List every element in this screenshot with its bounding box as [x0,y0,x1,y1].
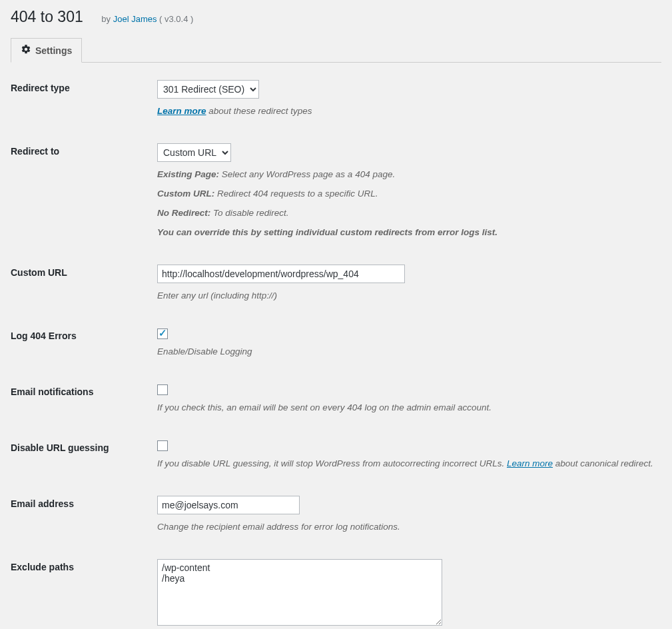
gear-icon [21,44,31,57]
redirect-type-select[interactable]: 301 Redirect (SEO) [157,80,259,99]
tab-label: Settings [35,45,72,56]
label-redirect-to: Redirect to [11,133,157,254]
redirect-to-help-noredirect: No Redirect: To disable redirect. [157,206,655,221]
label-redirect-type: Redirect type [11,69,157,133]
tab-bar: Settings [11,38,661,63]
label-email-address: Email address [11,485,157,548]
label-exclude-paths: Exclude paths [11,548,157,629]
tab-settings[interactable]: Settings [11,38,82,63]
email-notifications-help: If you check this, an email will be sent… [157,400,655,416]
custom-url-input[interactable] [157,265,405,283]
page-title: 404 to 301 [11,8,83,26]
email-address-help: Change the recipient email address for e… [157,520,655,535]
label-disable-url-guessing: Disable URL guessing [11,429,157,485]
byline: by Joel James ( v3.0.4 ) [101,14,193,24]
learn-more-link[interactable]: Learn more [157,106,206,116]
redirect-to-help-custom: Custom URL: Redirect 404 requests to a s… [157,187,655,202]
label-log-errors: Log 404 Errors [11,317,157,373]
email-notifications-checkbox[interactable] [157,384,168,395]
disable-url-guessing-checkbox[interactable] [157,440,168,451]
log-errors-checkbox[interactable] [157,328,168,339]
learn-more-canonical-link[interactable]: Learn more [507,458,553,468]
disable-url-guessing-help: If you disable URL guessing, it will sto… [157,456,655,472]
log-errors-help: Enable/Disable Logging [157,344,655,360]
label-custom-url: Custom URL [11,254,157,317]
author-link[interactable]: Joel James [113,14,157,24]
redirect-to-override-note: You can override this by setting individ… [157,225,655,241]
redirect-to-select[interactable]: Custom URL [157,143,231,162]
exclude-paths-textarea[interactable]: /wp-content /heya [157,559,442,626]
page-header: 404 to 301 by Joel James ( v3.0.4 ) [11,0,661,38]
settings-form: Redirect type 301 Redirect (SEO) Learn m… [11,69,661,629]
email-address-input[interactable] [157,496,300,514]
label-email-notifications: Email notifications [11,373,157,429]
custom-url-help: Enter any url (including http://) [157,289,655,304]
redirect-type-help: Learn more about these redirect types [157,104,655,119]
redirect-to-help-existing: Existing Page: Select any WordPress page… [157,167,655,183]
